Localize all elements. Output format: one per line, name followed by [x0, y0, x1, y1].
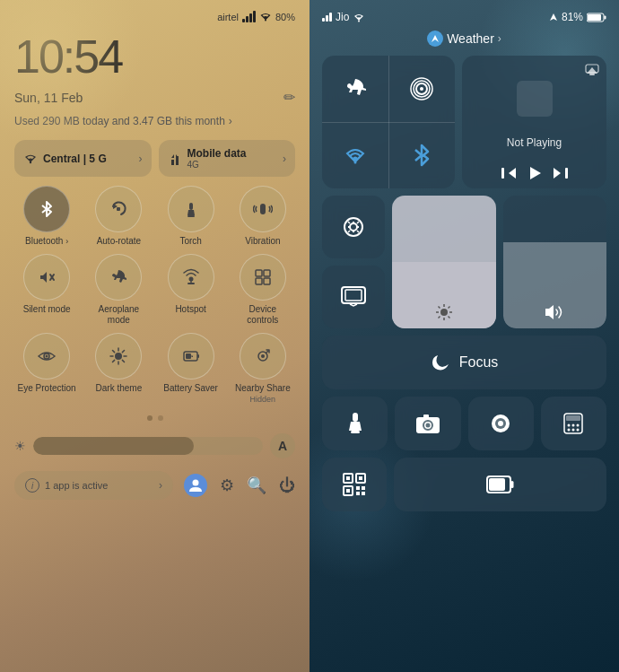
weather-chevron: ›: [498, 32, 501, 45]
airplane-icon: [342, 75, 369, 102]
toggle-aeroplane[interactable]: Aeroplane mode: [86, 254, 151, 326]
settings-icon[interactable]: ⚙: [220, 476, 234, 495]
svg-rect-102: [489, 478, 505, 491]
play-icon[interactable]: [527, 165, 543, 181]
airplane-mode-toggle[interactable]: [322, 56, 388, 122]
battery-tile[interactable]: [394, 458, 606, 511]
bluetooth-toggle-icon: [411, 143, 432, 168]
ios-battery-text: 81%: [562, 11, 583, 23]
toggle-bluetooth[interactable]: Bluetooth ›: [14, 186, 79, 247]
brightness-slider[interactable]: [33, 437, 263, 455]
screen-mirror-tile[interactable]: [322, 266, 385, 328]
brightness-slider-tile[interactable]: [392, 196, 496, 328]
vibration-label: Vibration: [245, 236, 280, 247]
svg-rect-15: [264, 278, 270, 284]
wifi-toggle[interactable]: [322, 122, 388, 188]
profile-avatar[interactable]: [184, 474, 207, 497]
mobile-data-button[interactable]: Mobile data 4G ›: [159, 140, 296, 177]
ios-status-left: Jio: [322, 11, 365, 23]
date-display: Sun, 11 Feb: [14, 91, 83, 105]
vibration-icon: [253, 199, 273, 219]
network-buttons: Central | 5 G › Mobile data 4G ›: [14, 140, 295, 177]
ios-row-5: [322, 458, 606, 511]
svg-point-1: [30, 161, 31, 162]
media-controls: [469, 165, 599, 181]
svg-rect-6: [260, 204, 266, 214]
app-active-button[interactable]: i 1 app is active ›: [14, 471, 173, 500]
calculator-tile[interactable]: [541, 397, 606, 450]
ios-utility-row-1: [322, 397, 606, 450]
svg-line-26: [123, 351, 125, 353]
volume-slider-tile[interactable]: [503, 196, 607, 328]
wifi-network-button[interactable]: Central | 5 G ›: [14, 140, 152, 177]
brightness-icon: ☀: [14, 439, 26, 453]
eye-protection-label: Eye Protection: [18, 383, 76, 394]
svg-rect-12: [256, 270, 262, 276]
record-tile[interactable]: [468, 397, 534, 450]
ios-row-1: Not Playing: [322, 56, 606, 188]
toggle-eye-protection[interactable]: Eye Protection: [14, 333, 79, 405]
album-art: [517, 81, 553, 117]
svg-rect-28: [197, 354, 199, 358]
svg-line-68: [438, 307, 440, 309]
bluetooth-label: Bluetooth ›: [25, 236, 68, 247]
connectivity-block[interactable]: [322, 56, 455, 188]
auto-brightness-button[interactable]: A: [270, 433, 295, 458]
toggle-battery-saver[interactable]: Battery Saver: [159, 333, 223, 405]
svg-point-87: [568, 429, 571, 432]
screen-lock-tile[interactable]: [322, 196, 385, 258]
svg-rect-83: [566, 415, 580, 421]
cellular-toggle[interactable]: [388, 56, 455, 122]
toggle-vibration[interactable]: Vibration: [231, 186, 295, 247]
now-playing-tile[interactable]: Not Playing: [462, 56, 606, 188]
toggle-hotspot[interactable]: Hotspot: [159, 254, 223, 326]
next-track-icon[interactable]: [552, 166, 568, 180]
svg-marker-38: [550, 13, 557, 21]
svg-rect-73: [353, 413, 358, 422]
svg-line-70: [438, 317, 440, 319]
svg-rect-5: [187, 215, 195, 217]
weather-location-icon: [427, 31, 443, 47]
svg-rect-51: [501, 168, 504, 179]
svg-rect-41: [605, 15, 606, 19]
svg-point-56: [350, 223, 357, 231]
battery-tile-icon: [486, 475, 515, 494]
camera-tile[interactable]: [395, 397, 460, 450]
toggle-auto-rotate[interactable]: Auto-rotate: [86, 186, 151, 247]
svg-point-63: [440, 309, 448, 316]
power-icon[interactable]: ⏻: [279, 476, 295, 495]
svg-point-84: [568, 424, 571, 427]
np-header: [469, 63, 599, 77]
svg-point-81: [498, 421, 503, 426]
weather-bar[interactable]: Weather ›: [322, 31, 606, 47]
location-arrow-icon: [431, 34, 440, 43]
toggle-silent-mode[interactable]: Silent mode: [14, 254, 79, 326]
svg-line-25: [113, 360, 115, 362]
edit-icon[interactable]: ✏: [283, 89, 295, 106]
svg-line-24: [123, 360, 125, 362]
prev-track-icon[interactable]: [501, 166, 518, 180]
svg-rect-4: [189, 203, 193, 210]
svg-marker-52: [530, 167, 541, 179]
svg-rect-91: [346, 476, 350, 480]
toggle-torch[interactable]: Torch: [159, 186, 223, 247]
eye-protection-icon: [37, 346, 57, 366]
dark-theme-icon: [109, 346, 128, 366]
toggle-device-controls[interactable]: Device controls: [231, 254, 295, 326]
svg-line-69: [448, 317, 449, 319]
svg-line-32: [192, 356, 193, 357]
svg-rect-99: [362, 492, 365, 495]
search-icon[interactable]: 🔍: [247, 476, 266, 495]
bluetooth-toggle[interactable]: [388, 122, 455, 188]
toggle-dark-theme[interactable]: Dark theme: [86, 333, 151, 405]
torch-tile[interactable]: [322, 397, 388, 450]
wifi-toggle-icon: [342, 142, 369, 169]
calculator-tile-icon: [562, 412, 584, 435]
toggle-nearby-share[interactable]: Nearby ShareHidden: [231, 333, 295, 405]
bottom-icons: ⚙ 🔍 ⏻: [184, 474, 295, 497]
battery-saver-icon: [181, 346, 201, 366]
svg-point-55: [344, 218, 362, 236]
focus-tile[interactable]: Focus: [322, 336, 606, 389]
qr-code-tile[interactable]: [322, 458, 387, 511]
svg-rect-78: [423, 415, 429, 418]
